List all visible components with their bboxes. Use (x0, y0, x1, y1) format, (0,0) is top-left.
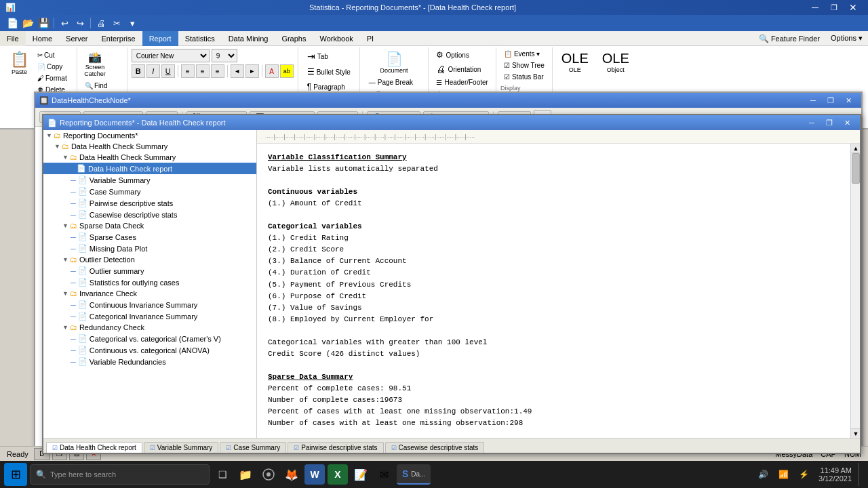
show-tree-btn[interactable]: ☑ Show Tree (500, 60, 548, 70)
menu-datamining[interactable]: Data Mining (222, 31, 275, 46)
insert-pagebreak-btn[interactable]: — Page Break (366, 77, 423, 87)
tree-item-cont-vs-cat[interactable]: ─ 📄 Continuous vs. categorical (ANOVA) (43, 344, 256, 356)
tab-case-summary[interactable]: ☑ Case Summary (220, 442, 286, 453)
tab-btn[interactable]: ⇥ Tab (302, 49, 333, 64)
tray-icon-2[interactable]: 📶 (775, 466, 791, 483)
qat-print-btn[interactable]: 🖨 (94, 17, 108, 29)
italic-btn[interactable]: I (146, 64, 160, 78)
tree-item-invariance-check[interactable]: ▼ 🗂 Invariance Check (43, 288, 256, 299)
taskbar-excel[interactable]: X (328, 464, 348, 485)
tree-item-missing-data-plot[interactable]: ─ 📄 Missing Data Plot (43, 243, 256, 254)
tree-item-outlier-detection[interactable]: ▼ 🗂 Outlier Detection (43, 254, 256, 265)
menu-report[interactable]: Report (142, 31, 178, 46)
font-selector[interactable]: Courier New (132, 49, 210, 62)
show-desktop-btn[interactable] (859, 463, 864, 486)
tree-item-reporting-docs-root[interactable]: ▼ 🗂 Reporting Documents* (43, 130, 256, 141)
menu-home[interactable]: Home (26, 31, 59, 46)
tab-dhc-report[interactable]: ☑ Data Health Check report (46, 442, 142, 453)
options-btn[interactable]: Options ▾ (825, 33, 868, 44)
taskbar-explorer[interactable]: 📁 (235, 464, 256, 485)
tree-item-sparse-data-check[interactable]: ▼ 🗂 Sparse Data Check (43, 220, 256, 231)
taskview-btn[interactable]: ❑ (212, 464, 233, 485)
menu-workbook[interactable]: Workbook (313, 31, 359, 46)
tree-item-dhs2[interactable]: ▼ 🗂 Data Health Check Summary (43, 152, 256, 163)
tab-pairwise[interactable]: ☑ Pairwise descriptive stats (288, 442, 383, 453)
qat-open-btn[interactable]: 📂 (21, 17, 35, 29)
events-btn[interactable]: 📋 Events ▾ (500, 49, 548, 59)
tray-icon-1[interactable]: 🔊 (755, 466, 771, 483)
screen-catcher-btn[interactable]: 📸 ScreenCatcher (81, 49, 108, 79)
report-close-btn[interactable]: ✕ (838, 115, 856, 130)
tree-item-continuous-invariance[interactable]: ─ 📄 Continuous Invariance Summary (43, 299, 256, 310)
clock-display[interactable]: 11:49 AM 3/12/2021 (816, 466, 854, 483)
qat-extra-btn[interactable]: ▾ (125, 17, 139, 29)
header-footer-btn[interactable]: ☰ Header/Footer (433, 77, 491, 87)
bold-btn[interactable]: B (132, 64, 145, 78)
tab-variable-summary[interactable]: ☑ Variable Summary (144, 442, 219, 453)
tree-item-variable-redundancies[interactable]: ─ 📄 Variable Redundancies (43, 356, 256, 367)
close-btn[interactable]: ✕ (844, 0, 863, 15)
taskbar-statistica[interactable]: S Da... (397, 464, 431, 485)
tree-item-redundancy-check[interactable]: ▼ 🗂 Redundancy Check (43, 322, 256, 333)
qat-undo-btn[interactable]: ↩ (58, 17, 71, 29)
taskbar-chrome[interactable] (258, 464, 279, 485)
orientation-btn[interactable]: 🖨 Orientation (433, 62, 491, 76)
minimize-btn[interactable]: ─ (806, 0, 825, 15)
tree-item-casewise[interactable]: ─ 📄 Casewise descriptive stats (43, 209, 256, 220)
menu-server[interactable]: Server (59, 31, 94, 46)
document-area[interactable]: ·····|·····|·····|·····|·····|·····|····… (257, 130, 860, 438)
paste-btn[interactable]: 📋 Paste (7, 49, 32, 77)
search-bar[interactable]: 🔍 Type here to search (30, 464, 210, 485)
taskbar-firefox[interactable]: 🦊 (281, 464, 302, 485)
object-btn[interactable]: OLE Object (597, 49, 634, 75)
format-btn-ribbon[interactable]: 🖌 Format (34, 73, 71, 83)
tree-item-pairwise[interactable]: ─ 📄 Pairwise descriptive stats (43, 197, 256, 209)
tree-item-variable-summary[interactable]: ─ 📄 Variable Summary (43, 174, 256, 186)
scrollbar-vertical[interactable]: ▲ ▼ (850, 144, 860, 438)
ole-btn[interactable]: OLE OLE (557, 49, 593, 75)
print-options-btn[interactable]: ⚙ Options (433, 49, 491, 61)
taskbar-word[interactable]: W (304, 464, 325, 485)
feature-finder-btn[interactable]: 🔍 Feature Finder (753, 33, 825, 45)
node-close-btn[interactable]: ✕ (840, 93, 857, 108)
tree-item-dhs1[interactable]: ▼ 🗂 Data Health Check Summary (43, 141, 256, 152)
tree-item-case-summary[interactable]: ─ 📄 Case Summary (43, 186, 256, 197)
node-restore-btn[interactable]: ❐ (822, 93, 840, 108)
status-bar-btn[interactable]: ☑ Status Bar (500, 72, 548, 82)
copy-btn[interactable]: 📄 Copy (34, 62, 71, 72)
qat-redo-btn[interactable]: ↪ (73, 17, 87, 29)
underline-btn[interactable]: U (161, 64, 175, 78)
scroll-up-btn[interactable]: ▲ (851, 144, 860, 153)
highlight-btn[interactable]: ab (280, 64, 294, 78)
tree-item-cat-vs-cat[interactable]: ─ 📄 Categorical vs. categorical (Cramer'… (43, 333, 256, 344)
cut-btn[interactable]: ✂ Cut (34, 50, 71, 60)
scroll-down-btn[interactable]: ▼ (851, 428, 860, 438)
report-minimize-btn[interactable]: ─ (803, 115, 821, 130)
align-left-btn[interactable]: ≡ (181, 64, 195, 78)
tree-item-categorical-invariance[interactable]: ─ 📄 Categorical Invariance Summary (43, 310, 256, 322)
taskbar-notepad[interactable]: 📝 (351, 464, 371, 485)
qat-new-btn[interactable]: 📄 (5, 17, 19, 29)
font-color-btn[interactable]: A (265, 64, 279, 78)
start-btn[interactable]: ⊞ (4, 463, 27, 486)
align-center-btn[interactable]: ≡ (196, 64, 210, 78)
menu-enterprise[interactable]: Enterprise (94, 31, 142, 46)
menu-pi[interactable]: PI (360, 31, 380, 46)
restore-btn[interactable]: ❐ (825, 0, 844, 15)
report-restore-btn[interactable]: ❐ (821, 115, 838, 130)
find-btn[interactable]: 🔍 Find (81, 81, 123, 91)
tray-icon-3[interactable]: ⚡ (795, 466, 812, 483)
outdent-btn[interactable]: ◄ (231, 64, 244, 78)
menu-statistics[interactable]: Statistics (178, 31, 222, 46)
tree-item-sparse-cases[interactable]: ─ 📄 Sparse Cases (43, 231, 256, 243)
insert-document-btn[interactable]: 📄 Document (366, 49, 423, 76)
tree-item-stats-outlying[interactable]: ─ 📄 Statistics for outlying cases (43, 277, 256, 288)
scroll-thumb[interactable] (852, 153, 860, 184)
indent-btn[interactable]: ► (245, 64, 259, 78)
menu-file[interactable]: File (0, 31, 26, 46)
font-size-selector[interactable]: 9 (212, 49, 237, 62)
tree-item-outlier-summary[interactable]: ─ 📄 Outlier summary (43, 265, 256, 277)
taskbar-mail[interactable]: ✉ (374, 464, 394, 485)
tree-item-dhc-report[interactable]: ▶ 📄 Data Health Check report (43, 163, 256, 174)
bullet-style-btn[interactable]: ☰ Bullet Style (302, 65, 355, 79)
